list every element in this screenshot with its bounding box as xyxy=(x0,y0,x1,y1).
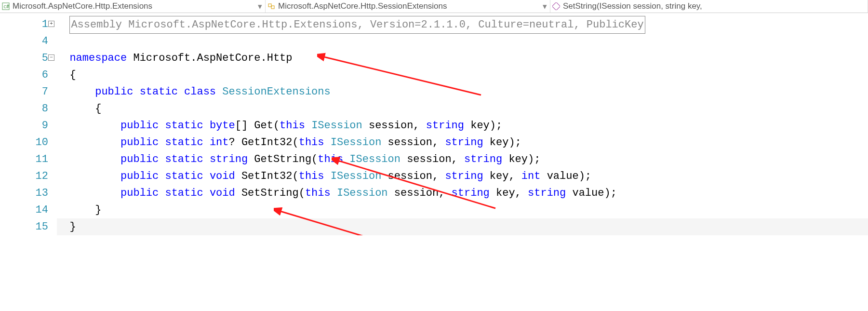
keyword: this xyxy=(305,187,337,199)
class-name: SessionExtensions xyxy=(222,86,330,98)
code-line: public static int? GetInt32(this ISessio… xyxy=(57,134,868,151)
csharp-file-icon: c# xyxy=(2,2,10,10)
text: value); xyxy=(540,170,591,182)
keyword: byte xyxy=(210,120,235,132)
line-number: 14 xyxy=(0,202,48,218)
brace: } xyxy=(95,204,101,216)
namespace-name: Microsoft.AspNetCore.Http xyxy=(127,52,292,64)
text: ? GetInt32( xyxy=(228,136,298,149)
keyword: string xyxy=(528,187,566,199)
brace: { xyxy=(95,103,101,115)
nav-type-label: Microsoft.AspNetCore.Http.SessionExtensi… xyxy=(278,1,540,11)
line-number: 5 xyxy=(0,50,48,67)
keyword: this xyxy=(299,136,331,149)
nav-assembly[interactable]: c# Microsoft.AspNetCore.Http.Extensions … xyxy=(0,0,266,13)
text: session, xyxy=(401,153,464,165)
keyword: public static xyxy=(120,120,210,132)
text: key); xyxy=(483,136,521,149)
line-number: 9 xyxy=(0,117,48,134)
line-number: 12 xyxy=(0,168,48,185)
code-line: −namespace Microsoft.AspNetCore.Http xyxy=(57,50,868,67)
code-line: } xyxy=(57,218,868,235)
nav-bar: c# Microsoft.AspNetCore.Http.Extensions … xyxy=(0,0,868,13)
code-line: public static class SessionExtensions xyxy=(57,83,868,100)
nav-assembly-label: Microsoft.AspNetCore.Http.Extensions xyxy=(13,1,255,11)
line-number: 6 xyxy=(0,67,48,83)
keyword: public static xyxy=(120,170,210,182)
text: key, xyxy=(490,187,528,199)
text: key); xyxy=(502,153,540,165)
line-number: 7 xyxy=(0,83,48,100)
keyword: void xyxy=(210,170,235,182)
code-line xyxy=(57,33,868,50)
code-editor[interactable]: 1 4 5 6 7 8 9 10 11 12 13 14 15 +Assembl… xyxy=(0,13,868,235)
type: ISession xyxy=(331,136,382,149)
keyword: void xyxy=(210,187,235,199)
nav-type[interactable]: Microsoft.AspNetCore.Http.SessionExtensi… xyxy=(266,0,550,13)
code-line: } xyxy=(57,202,868,218)
text: session, xyxy=(362,120,426,132)
text: session, xyxy=(381,170,445,182)
code-line: public static byte[] Get(this ISession s… xyxy=(57,117,868,134)
line-number: 1 xyxy=(0,16,48,33)
type: ISession xyxy=(311,120,362,132)
brace: } xyxy=(69,221,76,233)
type: ISession xyxy=(349,153,401,165)
keyword: public static xyxy=(120,136,210,149)
line-number-gutter: 1 4 5 6 7 8 9 10 11 12 13 14 15 xyxy=(0,13,57,235)
method-icon xyxy=(552,2,560,10)
nav-member-label: SetString(ISession session, string key, xyxy=(563,1,865,11)
svg-text:c#: c# xyxy=(3,4,9,9)
code-line: public static void SetString(this ISessi… xyxy=(57,185,868,202)
text: session, xyxy=(381,136,445,149)
line-number: 13 xyxy=(0,185,48,202)
chevron-down-icon: ▾ xyxy=(543,1,547,12)
type: ISession xyxy=(331,170,382,182)
text: session, xyxy=(388,187,452,199)
keyword: namespace xyxy=(69,52,127,64)
nav-member[interactable]: SetString(ISession session, string key, xyxy=(550,0,868,13)
keyword: string xyxy=(210,153,248,165)
keyword: public static xyxy=(120,153,210,165)
code-line: public static string GetString(this ISes… xyxy=(57,151,868,168)
svg-rect-4 xyxy=(552,2,560,10)
type: ISession xyxy=(337,187,388,199)
text: key, xyxy=(483,170,521,182)
text: [] Get( xyxy=(235,120,280,132)
keyword: this xyxy=(280,120,311,132)
keyword: int xyxy=(210,136,229,149)
line-number: 4 xyxy=(0,33,48,50)
fold-expand-icon[interactable]: + xyxy=(48,21,54,27)
chevron-down-icon: ▾ xyxy=(258,1,262,12)
svg-rect-2 xyxy=(268,4,271,7)
text: GetString( xyxy=(248,153,318,165)
brace: { xyxy=(69,69,76,81)
code-line: { xyxy=(57,67,868,83)
line-number: 11 xyxy=(0,151,48,168)
code-line: { xyxy=(57,100,868,117)
keyword: string xyxy=(445,170,483,182)
class-icon xyxy=(267,2,275,10)
text: SetString( xyxy=(235,187,305,199)
code-line: +Assembly Microsoft.AspNetCore.Http.Exte… xyxy=(57,16,868,33)
text: value); xyxy=(566,187,617,199)
keyword: this xyxy=(299,170,331,182)
keyword: public static xyxy=(120,187,210,199)
fold-collapse-icon[interactable]: − xyxy=(48,54,54,61)
line-number: 10 xyxy=(0,134,48,151)
svg-rect-3 xyxy=(271,6,274,9)
line-number: 8 xyxy=(0,100,48,117)
code-area[interactable]: +Assembly Microsoft.AspNetCore.Http.Exte… xyxy=(57,13,868,235)
text: key); xyxy=(464,120,502,132)
assembly-info: Assembly Microsoft.AspNetCore.Http.Exten… xyxy=(69,16,645,34)
keyword: string xyxy=(445,136,483,149)
keyword: string xyxy=(426,120,464,132)
code-line: public static void SetInt32(this ISessio… xyxy=(57,168,868,185)
text: SetInt32( xyxy=(235,170,299,182)
line-number: 15 xyxy=(0,218,48,235)
keyword: public static class xyxy=(95,86,222,98)
keyword: string xyxy=(464,153,502,165)
keyword: string xyxy=(452,187,490,199)
keyword: this xyxy=(318,153,349,165)
keyword: int xyxy=(521,170,541,182)
